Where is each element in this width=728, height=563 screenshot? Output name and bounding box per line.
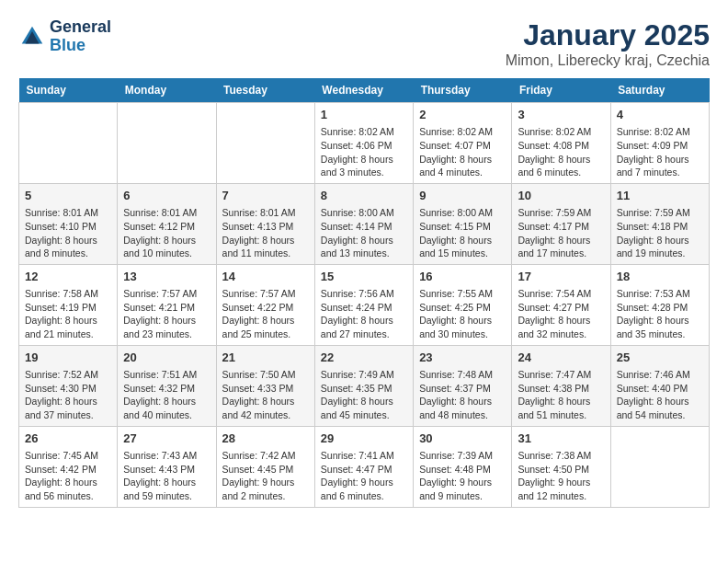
calendar-cell: 23Sunrise: 7:48 AM Sunset: 4:37 PM Dayli… (414, 345, 512, 426)
day-number: 22 (321, 350, 407, 366)
calendar-cell: 2Sunrise: 8:02 AM Sunset: 4:07 PM Daylig… (414, 103, 512, 184)
day-number: 28 (222, 431, 309, 447)
calendar-cell: 24Sunrise: 7:47 AM Sunset: 4:38 PM Dayli… (512, 345, 610, 426)
day-number: 2 (419, 107, 506, 123)
day-info: Sunrise: 8:01 AM Sunset: 4:13 PM Dayligh… (222, 206, 309, 260)
week-row-1: 1Sunrise: 8:02 AM Sunset: 4:06 PM Daylig… (19, 103, 710, 184)
day-number: 25 (617, 350, 703, 366)
header-saturday: Saturday (610, 78, 709, 103)
calendar-cell: 28Sunrise: 7:42 AM Sunset: 4:45 PM Dayli… (216, 426, 314, 507)
calendar-cell (610, 426, 709, 507)
day-info: Sunrise: 8:00 AM Sunset: 4:15 PM Dayligh… (419, 206, 506, 260)
main-title: January 2025 (506, 18, 710, 52)
calendar-cell: 27Sunrise: 7:43 AM Sunset: 4:43 PM Dayli… (118, 426, 216, 507)
day-number: 8 (321, 188, 407, 204)
calendar-cell (118, 103, 216, 184)
day-info: Sunrise: 7:46 AM Sunset: 4:40 PM Dayligh… (617, 368, 703, 422)
title-block: January 2025 Mimon, Liberecky kraj, Czec… (506, 18, 710, 69)
calendar-cell: 15Sunrise: 7:56 AM Sunset: 4:24 PM Dayli… (314, 264, 413, 345)
calendar-cell: 18Sunrise: 7:53 AM Sunset: 4:28 PM Dayli… (610, 264, 709, 345)
calendar-cell: 8Sunrise: 8:00 AM Sunset: 4:14 PM Daylig… (314, 183, 413, 264)
day-number: 31 (518, 431, 604, 447)
day-number: 19 (25, 350, 111, 366)
day-info: Sunrise: 7:41 AM Sunset: 4:47 PM Dayligh… (321, 449, 407, 503)
day-info: Sunrise: 8:02 AM Sunset: 4:08 PM Dayligh… (518, 125, 604, 179)
day-info: Sunrise: 7:55 AM Sunset: 4:25 PM Dayligh… (419, 287, 506, 341)
day-info: Sunrise: 7:53 AM Sunset: 4:28 PM Dayligh… (617, 287, 703, 341)
calendar-cell: 14Sunrise: 7:57 AM Sunset: 4:22 PM Dayli… (216, 264, 314, 345)
day-info: Sunrise: 7:51 AM Sunset: 4:32 PM Dayligh… (123, 368, 210, 422)
calendar-cell: 29Sunrise: 7:41 AM Sunset: 4:47 PM Dayli… (314, 426, 413, 507)
day-info: Sunrise: 7:58 AM Sunset: 4:19 PM Dayligh… (25, 287, 111, 341)
week-row-5: 26Sunrise: 7:45 AM Sunset: 4:42 PM Dayli… (19, 426, 710, 507)
day-info: Sunrise: 8:00 AM Sunset: 4:14 PM Dayligh… (321, 206, 407, 260)
calendar-cell: 11Sunrise: 7:59 AM Sunset: 4:18 PM Dayli… (610, 183, 709, 264)
day-number: 1 (321, 107, 407, 123)
subtitle: Mimon, Liberecky kraj, Czechia (506, 52, 710, 69)
calendar-cell: 30Sunrise: 7:39 AM Sunset: 4:48 PM Dayli… (414, 426, 512, 507)
day-number: 11 (617, 188, 703, 204)
day-number: 6 (123, 188, 210, 204)
day-number: 9 (419, 188, 506, 204)
logo-icon (18, 23, 46, 51)
header-monday: Monday (118, 78, 216, 103)
calendar-table: SundayMondayTuesdayWednesdayThursdayFrid… (18, 78, 710, 508)
day-info: Sunrise: 8:02 AM Sunset: 4:09 PM Dayligh… (617, 125, 703, 179)
calendar-cell (216, 103, 314, 184)
day-info: Sunrise: 8:01 AM Sunset: 4:10 PM Dayligh… (25, 206, 111, 260)
calendar-cell: 6Sunrise: 8:01 AM Sunset: 4:12 PM Daylig… (118, 183, 216, 264)
day-info: Sunrise: 7:59 AM Sunset: 4:17 PM Dayligh… (518, 206, 604, 260)
header-sunday: Sunday (19, 78, 118, 103)
day-number: 7 (222, 188, 309, 204)
calendar-cell: 10Sunrise: 7:59 AM Sunset: 4:17 PM Dayli… (512, 183, 610, 264)
logo-text: General Blue (50, 18, 111, 55)
day-number: 15 (321, 269, 407, 285)
calendar-cell: 19Sunrise: 7:52 AM Sunset: 4:30 PM Dayli… (19, 345, 118, 426)
day-number: 26 (25, 431, 111, 447)
calendar-cell: 16Sunrise: 7:55 AM Sunset: 4:25 PM Dayli… (414, 264, 512, 345)
day-number: 12 (25, 269, 111, 285)
page-header: General Blue January 2025 Mimon, Liberec… (18, 18, 710, 69)
day-number: 24 (518, 350, 604, 366)
day-info: Sunrise: 7:47 AM Sunset: 4:38 PM Dayligh… (518, 368, 604, 422)
day-info: Sunrise: 7:56 AM Sunset: 4:24 PM Dayligh… (321, 287, 407, 341)
day-number: 14 (222, 269, 309, 285)
day-info: Sunrise: 7:59 AM Sunset: 4:18 PM Dayligh… (617, 206, 703, 260)
week-row-2: 5Sunrise: 8:01 AM Sunset: 4:10 PM Daylig… (19, 183, 710, 264)
calendar-cell: 20Sunrise: 7:51 AM Sunset: 4:32 PM Dayli… (118, 345, 216, 426)
day-number: 16 (419, 269, 506, 285)
calendar-cell: 3Sunrise: 8:02 AM Sunset: 4:08 PM Daylig… (512, 103, 610, 184)
day-info: Sunrise: 7:43 AM Sunset: 4:43 PM Dayligh… (123, 449, 210, 503)
calendar-cell: 17Sunrise: 7:54 AM Sunset: 4:27 PM Dayli… (512, 264, 610, 345)
day-info: Sunrise: 8:02 AM Sunset: 4:06 PM Dayligh… (321, 125, 407, 179)
calendar-cell: 7Sunrise: 8:01 AM Sunset: 4:13 PM Daylig… (216, 183, 314, 264)
day-number: 10 (518, 188, 604, 204)
day-number: 27 (123, 431, 210, 447)
calendar-cell (19, 103, 118, 184)
day-info: Sunrise: 7:52 AM Sunset: 4:30 PM Dayligh… (25, 368, 111, 422)
header-friday: Friday (512, 78, 610, 103)
day-info: Sunrise: 7:57 AM Sunset: 4:22 PM Dayligh… (222, 287, 309, 341)
day-info: Sunrise: 7:38 AM Sunset: 4:50 PM Dayligh… (518, 449, 604, 503)
day-number: 3 (518, 107, 604, 123)
calendar-cell: 12Sunrise: 7:58 AM Sunset: 4:19 PM Dayli… (19, 264, 118, 345)
day-number: 4 (617, 107, 703, 123)
header-thursday: Thursday (414, 78, 512, 103)
day-info: Sunrise: 7:48 AM Sunset: 4:37 PM Dayligh… (419, 368, 506, 422)
day-number: 20 (123, 350, 210, 366)
calendar-cell: 5Sunrise: 8:01 AM Sunset: 4:10 PM Daylig… (19, 183, 118, 264)
calendar-cell: 9Sunrise: 8:00 AM Sunset: 4:15 PM Daylig… (414, 183, 512, 264)
calendar-cell: 22Sunrise: 7:49 AM Sunset: 4:35 PM Dayli… (314, 345, 413, 426)
calendar-cell: 13Sunrise: 7:57 AM Sunset: 4:21 PM Dayli… (118, 264, 216, 345)
day-info: Sunrise: 7:50 AM Sunset: 4:33 PM Dayligh… (222, 368, 309, 422)
day-number: 17 (518, 269, 604, 285)
logo: General Blue (18, 18, 111, 55)
day-number: 18 (617, 269, 703, 285)
day-info: Sunrise: 7:57 AM Sunset: 4:21 PM Dayligh… (123, 287, 210, 341)
calendar-cell: 31Sunrise: 7:38 AM Sunset: 4:50 PM Dayli… (512, 426, 610, 507)
day-info: Sunrise: 8:01 AM Sunset: 4:12 PM Dayligh… (123, 206, 210, 260)
day-info: Sunrise: 7:45 AM Sunset: 4:42 PM Dayligh… (25, 449, 111, 503)
day-info: Sunrise: 7:49 AM Sunset: 4:35 PM Dayligh… (321, 368, 407, 422)
calendar-cell: 1Sunrise: 8:02 AM Sunset: 4:06 PM Daylig… (314, 103, 413, 184)
calendar-cell: 4Sunrise: 8:02 AM Sunset: 4:09 PM Daylig… (610, 103, 709, 184)
